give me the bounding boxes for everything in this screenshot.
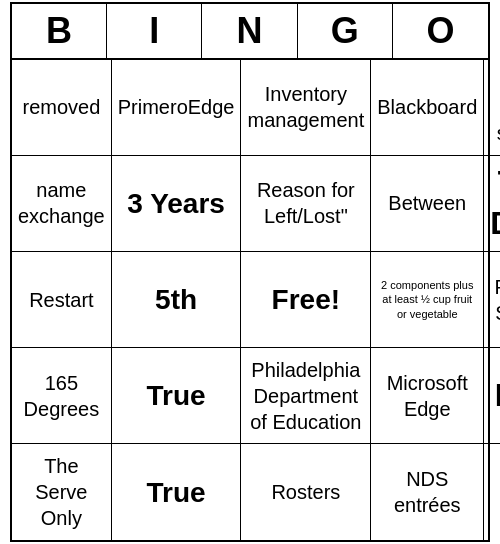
bingo-header: BINGO	[12, 4, 488, 60]
cell-text: END	[495, 375, 500, 417]
cell-text: name exchange	[18, 177, 105, 229]
bingo-cell: NDS entrées	[371, 444, 484, 540]
cell-text: Two Days	[490, 162, 500, 245]
bingo-cell: removed	[12, 60, 112, 156]
cell-text: Between	[388, 190, 466, 216]
cell-text: 165 Degrees	[18, 370, 105, 422]
bingo-cell: Two Days	[484, 156, 500, 252]
cell-text: The Serve Only	[18, 453, 105, 531]
cell-text: Restart	[29, 287, 93, 313]
bingo-cell: Reason for Left/Lost"	[241, 156, 371, 252]
bingo-cell: Microsoft Edge	[371, 348, 484, 444]
bingo-cell: name exchange	[12, 156, 112, 252]
header-letter: G	[298, 4, 393, 58]
bingo-cell: Rosters	[241, 444, 371, 540]
bingo-cell: True	[112, 348, 242, 444]
bingo-cell: Philadelphia Department of Education	[241, 348, 371, 444]
cell-text: Rosters	[271, 479, 340, 505]
header-letter: O	[393, 4, 488, 58]
cell-text: Inventory management	[247, 81, 364, 133]
header-letter: N	[202, 4, 297, 58]
cell-text: True	[147, 476, 206, 510]
cell-text: Microsoft Edge	[377, 370, 477, 422]
bingo-cell: Inventory management	[241, 60, 371, 156]
bingo-cell: Blackboard	[371, 60, 484, 156]
bingo-cell: Month	[484, 444, 500, 540]
cell-text: Free!	[272, 283, 340, 317]
cell-text: Blackboard	[377, 94, 477, 120]
cell-text: 5th	[155, 283, 197, 317]
bingo-cell: Point of Service	[484, 252, 500, 348]
cell-text: Reason for Left/Lost"	[247, 177, 364, 229]
cell-text: 2 components plus at least ½ cup fruit o…	[377, 278, 477, 321]
cell-text: 3 Years	[127, 187, 225, 221]
bingo-grid: removedPrimeroEdgeInventory managementBl…	[12, 60, 488, 541]
header-letter: I	[107, 4, 202, 58]
bingo-cell: 5th	[112, 252, 242, 348]
bingo-cell: True	[112, 444, 242, 540]
bingo-cell: 2 components plus at least ½ cup fruit o…	[371, 252, 484, 348]
cell-text: True	[147, 379, 206, 413]
bingo-cell: PrimeroEdge	[112, 60, 242, 156]
bingo-card: BINGO removedPrimeroEdgeInventory manage…	[10, 2, 490, 543]
cell-text: NDS entrées	[377, 466, 477, 518]
cell-text: Point of Service	[490, 274, 500, 326]
cell-text: Philadelphia Department of Education	[247, 357, 364, 435]
bingo-cell: The Serve Only	[12, 444, 112, 540]
bingo-cell: Between	[371, 156, 484, 252]
bingo-cell: 3 Years	[112, 156, 242, 252]
cell-text: PrimeroEdge	[118, 94, 235, 120]
bingo-cell: 165 Degrees	[12, 348, 112, 444]
cell-text: removed	[22, 94, 100, 120]
bingo-cell: during meal service	[484, 60, 500, 156]
header-letter: B	[12, 4, 107, 58]
bingo-cell: Restart	[12, 252, 112, 348]
bingo-cell: END	[484, 348, 500, 444]
cell-text: during meal service	[490, 68, 500, 146]
bingo-cell: Free!	[241, 252, 371, 348]
